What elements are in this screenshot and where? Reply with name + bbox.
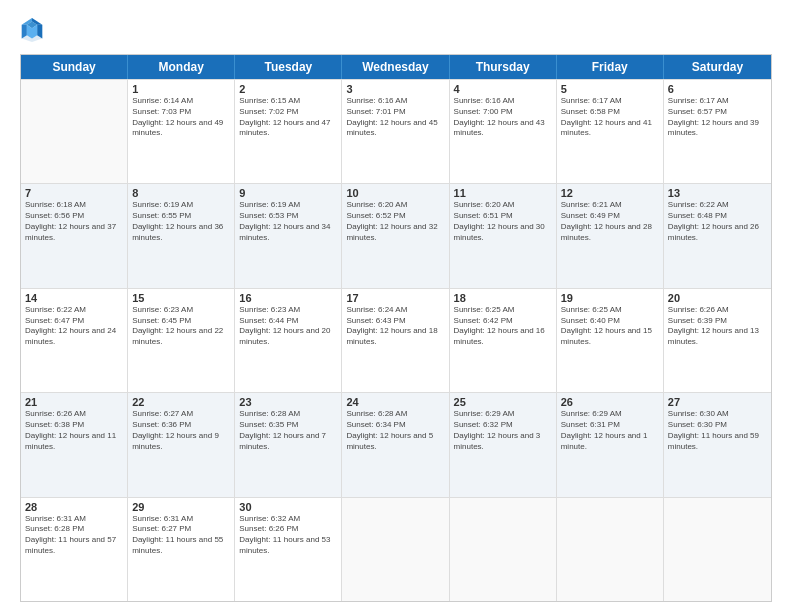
- day-info: Sunrise: 6:23 AMSunset: 6:44 PMDaylight:…: [239, 305, 337, 348]
- day-info: Sunrise: 6:22 AMSunset: 6:47 PMDaylight:…: [25, 305, 123, 348]
- day-info: Sunrise: 6:17 AMSunset: 6:58 PMDaylight:…: [561, 96, 659, 139]
- day-number: 7: [25, 187, 123, 199]
- table-row: 21Sunrise: 6:26 AMSunset: 6:38 PMDayligh…: [21, 393, 128, 496]
- day-number: 10: [346, 187, 444, 199]
- day-info: Sunrise: 6:28 AMSunset: 6:34 PMDaylight:…: [346, 409, 444, 452]
- day-number: 16: [239, 292, 337, 304]
- table-row: 12Sunrise: 6:21 AMSunset: 6:49 PMDayligh…: [557, 184, 664, 287]
- day-info: Sunrise: 6:16 AMSunset: 7:01 PMDaylight:…: [346, 96, 444, 139]
- day-info: Sunrise: 6:23 AMSunset: 6:45 PMDaylight:…: [132, 305, 230, 348]
- calendar-header: Sunday Monday Tuesday Wednesday Thursday…: [21, 55, 771, 79]
- day-info: Sunrise: 6:25 AMSunset: 6:42 PMDaylight:…: [454, 305, 552, 348]
- table-row: 7Sunrise: 6:18 AMSunset: 6:56 PMDaylight…: [21, 184, 128, 287]
- day-number: 6: [668, 83, 767, 95]
- day-number: 12: [561, 187, 659, 199]
- day-info: Sunrise: 6:20 AMSunset: 6:51 PMDaylight:…: [454, 200, 552, 243]
- day-number: 4: [454, 83, 552, 95]
- day-info: Sunrise: 6:22 AMSunset: 6:48 PMDaylight:…: [668, 200, 767, 243]
- header-friday: Friday: [557, 55, 664, 79]
- table-row: 19Sunrise: 6:25 AMSunset: 6:40 PMDayligh…: [557, 289, 664, 392]
- day-number: 14: [25, 292, 123, 304]
- day-info: Sunrise: 6:26 AMSunset: 6:38 PMDaylight:…: [25, 409, 123, 452]
- day-info: Sunrise: 6:26 AMSunset: 6:39 PMDaylight:…: [668, 305, 767, 348]
- table-row: 23Sunrise: 6:28 AMSunset: 6:35 PMDayligh…: [235, 393, 342, 496]
- day-number: 23: [239, 396, 337, 408]
- day-number: 3: [346, 83, 444, 95]
- day-number: 29: [132, 501, 230, 513]
- table-row: 13Sunrise: 6:22 AMSunset: 6:48 PMDayligh…: [664, 184, 771, 287]
- table-row: 25Sunrise: 6:29 AMSunset: 6:32 PMDayligh…: [450, 393, 557, 496]
- day-number: 2: [239, 83, 337, 95]
- day-info: Sunrise: 6:28 AMSunset: 6:35 PMDaylight:…: [239, 409, 337, 452]
- table-row: 11Sunrise: 6:20 AMSunset: 6:51 PMDayligh…: [450, 184, 557, 287]
- day-info: Sunrise: 6:19 AMSunset: 6:53 PMDaylight:…: [239, 200, 337, 243]
- calendar-row-4: 21Sunrise: 6:26 AMSunset: 6:38 PMDayligh…: [21, 392, 771, 496]
- table-row: [557, 498, 664, 601]
- day-number: 18: [454, 292, 552, 304]
- header-wednesday: Wednesday: [342, 55, 449, 79]
- day-info: Sunrise: 6:24 AMSunset: 6:43 PMDaylight:…: [346, 305, 444, 348]
- day-info: Sunrise: 6:15 AMSunset: 7:02 PMDaylight:…: [239, 96, 337, 139]
- day-number: 26: [561, 396, 659, 408]
- table-row: 22Sunrise: 6:27 AMSunset: 6:36 PMDayligh…: [128, 393, 235, 496]
- table-row: 3Sunrise: 6:16 AMSunset: 7:01 PMDaylight…: [342, 80, 449, 183]
- day-number: 17: [346, 292, 444, 304]
- day-number: 20: [668, 292, 767, 304]
- table-row: 20Sunrise: 6:26 AMSunset: 6:39 PMDayligh…: [664, 289, 771, 392]
- day-info: Sunrise: 6:16 AMSunset: 7:00 PMDaylight:…: [454, 96, 552, 139]
- day-info: Sunrise: 6:31 AMSunset: 6:28 PMDaylight:…: [25, 514, 123, 557]
- day-number: 30: [239, 501, 337, 513]
- table-row: 15Sunrise: 6:23 AMSunset: 6:45 PMDayligh…: [128, 289, 235, 392]
- day-info: Sunrise: 6:18 AMSunset: 6:56 PMDaylight:…: [25, 200, 123, 243]
- table-row: 17Sunrise: 6:24 AMSunset: 6:43 PMDayligh…: [342, 289, 449, 392]
- day-number: 1: [132, 83, 230, 95]
- day-number: 22: [132, 396, 230, 408]
- header-saturday: Saturday: [664, 55, 771, 79]
- table-row: 24Sunrise: 6:28 AMSunset: 6:34 PMDayligh…: [342, 393, 449, 496]
- day-info: Sunrise: 6:32 AMSunset: 6:26 PMDaylight:…: [239, 514, 337, 557]
- table-row: 5Sunrise: 6:17 AMSunset: 6:58 PMDaylight…: [557, 80, 664, 183]
- day-info: Sunrise: 6:14 AMSunset: 7:03 PMDaylight:…: [132, 96, 230, 139]
- day-number: 21: [25, 396, 123, 408]
- logo-icon: [20, 16, 44, 44]
- day-number: 5: [561, 83, 659, 95]
- table-row: [21, 80, 128, 183]
- calendar-body: 1Sunrise: 6:14 AMSunset: 7:03 PMDaylight…: [21, 79, 771, 601]
- day-number: 27: [668, 396, 767, 408]
- page: Sunday Monday Tuesday Wednesday Thursday…: [0, 0, 792, 612]
- day-info: Sunrise: 6:25 AMSunset: 6:40 PMDaylight:…: [561, 305, 659, 348]
- table-row: 6Sunrise: 6:17 AMSunset: 6:57 PMDaylight…: [664, 80, 771, 183]
- table-row: [664, 498, 771, 601]
- day-number: 19: [561, 292, 659, 304]
- table-row: 4Sunrise: 6:16 AMSunset: 7:00 PMDaylight…: [450, 80, 557, 183]
- day-number: 11: [454, 187, 552, 199]
- table-row: 18Sunrise: 6:25 AMSunset: 6:42 PMDayligh…: [450, 289, 557, 392]
- table-row: 2Sunrise: 6:15 AMSunset: 7:02 PMDaylight…: [235, 80, 342, 183]
- calendar-row-2: 7Sunrise: 6:18 AMSunset: 6:56 PMDaylight…: [21, 183, 771, 287]
- day-number: 24: [346, 396, 444, 408]
- day-number: 8: [132, 187, 230, 199]
- day-info: Sunrise: 6:21 AMSunset: 6:49 PMDaylight:…: [561, 200, 659, 243]
- calendar-row-1: 1Sunrise: 6:14 AMSunset: 7:03 PMDaylight…: [21, 79, 771, 183]
- table-row: 10Sunrise: 6:20 AMSunset: 6:52 PMDayligh…: [342, 184, 449, 287]
- day-info: Sunrise: 6:29 AMSunset: 6:31 PMDaylight:…: [561, 409, 659, 452]
- day-number: 25: [454, 396, 552, 408]
- header-thursday: Thursday: [450, 55, 557, 79]
- day-info: Sunrise: 6:17 AMSunset: 6:57 PMDaylight:…: [668, 96, 767, 139]
- table-row: 27Sunrise: 6:30 AMSunset: 6:30 PMDayligh…: [664, 393, 771, 496]
- day-number: 28: [25, 501, 123, 513]
- day-info: Sunrise: 6:20 AMSunset: 6:52 PMDaylight:…: [346, 200, 444, 243]
- table-row: 1Sunrise: 6:14 AMSunset: 7:03 PMDaylight…: [128, 80, 235, 183]
- calendar-row-3: 14Sunrise: 6:22 AMSunset: 6:47 PMDayligh…: [21, 288, 771, 392]
- table-row: 16Sunrise: 6:23 AMSunset: 6:44 PMDayligh…: [235, 289, 342, 392]
- header-sunday: Sunday: [21, 55, 128, 79]
- logo: [20, 16, 48, 44]
- table-row: 9Sunrise: 6:19 AMSunset: 6:53 PMDaylight…: [235, 184, 342, 287]
- day-info: Sunrise: 6:19 AMSunset: 6:55 PMDaylight:…: [132, 200, 230, 243]
- day-info: Sunrise: 6:29 AMSunset: 6:32 PMDaylight:…: [454, 409, 552, 452]
- header-monday: Monday: [128, 55, 235, 79]
- table-row: 30Sunrise: 6:32 AMSunset: 6:26 PMDayligh…: [235, 498, 342, 601]
- table-row: 14Sunrise: 6:22 AMSunset: 6:47 PMDayligh…: [21, 289, 128, 392]
- table-row: 26Sunrise: 6:29 AMSunset: 6:31 PMDayligh…: [557, 393, 664, 496]
- day-info: Sunrise: 6:30 AMSunset: 6:30 PMDaylight:…: [668, 409, 767, 452]
